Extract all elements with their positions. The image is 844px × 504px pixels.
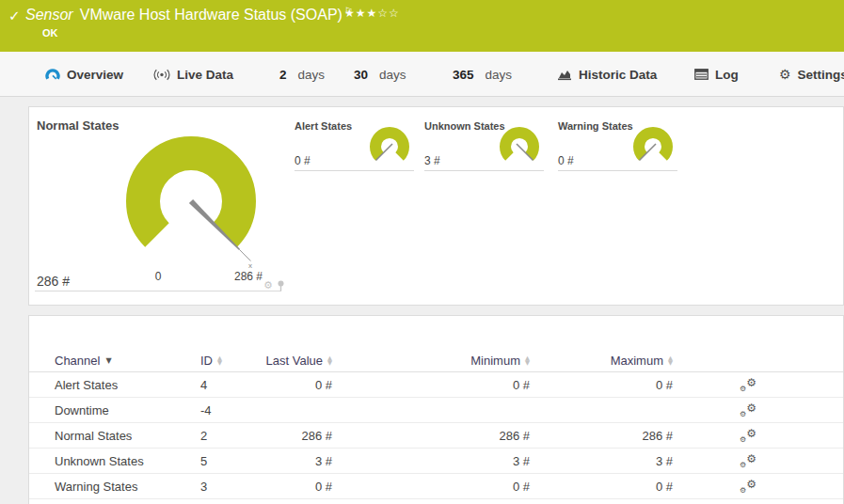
tab-2-days[interactable]: 2 days (279, 52, 325, 97)
channel-name[interactable]: Downtime (55, 403, 200, 417)
status-badge: OK (42, 27, 58, 39)
channel-name[interactable]: Alert States (55, 378, 200, 392)
svg-text:x: x (248, 261, 252, 270)
tab-label: Historic Data (579, 68, 657, 82)
column-header-last-value[interactable]: Last Value ▲▼ (255, 354, 332, 368)
column-header-maximum[interactable]: Maximum ▲▼ (530, 354, 673, 368)
mini-gauge-unknown-states: Unknown States 3 # (424, 120, 544, 171)
last-value: 0 # (255, 480, 332, 494)
mini-gauge-warning-states: Warning States 0 # (558, 120, 677, 171)
gear-icon[interactable]: ⚙ (263, 279, 273, 291)
table-row: Downtime -4 ⚙⚙ (29, 398, 843, 423)
tab-word: days (379, 68, 406, 82)
channel-name[interactable]: Normal States (55, 429, 200, 443)
pin-icon[interactable] (277, 280, 285, 291)
channels-table-panel: Channel ▼ ID ▲▼ Last Value ▲▼ Minimum ▲▼… (28, 315, 844, 504)
table-row: Unknown States 5 3 # 3 # 3 # ⚙⚙ (29, 449, 843, 474)
channel-id: 5 (200, 454, 255, 468)
last-value: 3 # (255, 454, 332, 468)
tab-live-data[interactable]: Live Data (153, 52, 233, 97)
mini-gauge-label: Unknown States (424, 120, 505, 132)
mini-gauge-value: 0 # (558, 154, 574, 167)
mini-gauge (629, 122, 677, 171)
log-icon (694, 69, 709, 80)
channel-id: 3 (200, 480, 255, 494)
minimum-value: 0 # (332, 480, 530, 494)
table-row: Alert States 4 0 # 0 # 0 # ⚙⚙ (29, 372, 843, 398)
table-row: Normal States 2 286 # 286 # 286 # ⚙⚙ (29, 423, 843, 449)
mini-gauge-label: Warning States (558, 120, 633, 132)
tab-historic-data[interactable]: Historic Data (558, 52, 657, 97)
tab-30-days[interactable]: 30 days (354, 52, 406, 97)
channel-settings-gears-icon[interactable]: ⚙⚙ (740, 479, 756, 494)
tab-number: 2 (279, 68, 287, 82)
maximum-value: 3 # (530, 454, 673, 468)
sort-icons: ▲▼ (668, 356, 673, 366)
last-value: 0 # (255, 378, 332, 392)
gauge-max-label: 286 # (234, 270, 263, 283)
gauges-panel: Normal States x 0 286 # 286 # ⚙ Alert St… (28, 106, 844, 306)
divider (35, 291, 281, 291)
tab-label: Overview (67, 68, 123, 82)
column-header-id[interactable]: ID ▲▼ (200, 354, 255, 368)
tab-365-days[interactable]: 365 days (453, 52, 512, 97)
mini-gauge-value: 0 # (295, 154, 311, 167)
sensor-status-header: ✓ SensorVMware Host Hardware Status (SOA… (0, 0, 844, 52)
column-header-minimum[interactable]: Minimum ▲▼ (332, 354, 530, 368)
channel-id: -4 (200, 403, 255, 417)
channel-settings-gears-icon[interactable]: ⚙⚙ (740, 402, 756, 417)
minimum-value: 286 # (332, 429, 530, 443)
maximum-value: 286 # (530, 429, 673, 443)
gauge-min-label: 0 (155, 270, 162, 283)
broadcast-icon (153, 69, 170, 81)
mini-gauge (496, 122, 543, 171)
primary-gauge-value: 286 # (37, 274, 70, 289)
tab-number: 365 (453, 68, 474, 82)
object-kind-label: Sensor (25, 7, 73, 23)
tab-number: 30 (354, 68, 368, 82)
mini-gauge-alert-states: Alert States 0 # (295, 120, 414, 171)
tab-label: Settings (798, 68, 844, 82)
channel-settings-gears-icon[interactable]: ⚙⚙ (740, 428, 756, 443)
channel-id: 4 (200, 378, 255, 392)
area-chart-icon (558, 69, 572, 81)
mini-gauge-value: 3 # (424, 154, 440, 167)
check-icon: ✓ (8, 8, 21, 24)
mini-gauge-label: Alert States (295, 120, 352, 132)
table-header-row: Channel ▼ ID ▲▼ Last Value ▲▼ Minimum ▲▼… (29, 350, 843, 372)
column-header-channel[interactable]: Channel ▼ (55, 354, 200, 368)
last-value: 286 # (255, 429, 332, 443)
sensor-title-line: SensorVMware Host Hardware Status (SOAP)… (25, 6, 353, 24)
tab-settings[interactable]: ⚙ Settings (779, 52, 844, 97)
channel-settings-gears-icon[interactable]: ⚙⚙ (740, 453, 756, 468)
primary-gauge: x 0 286 # (86, 124, 330, 293)
table-row: Warning States 3 0 # 0 # 0 # ⚙⚙ (29, 474, 843, 499)
sort-icons: ▲▼ (217, 356, 222, 366)
mini-gauge (366, 122, 413, 171)
channel-settings-gears-icon[interactable]: ⚙⚙ (740, 377, 756, 392)
tab-word: days (298, 68, 326, 82)
page-title: VMware Host Hardware Status (SOAP) (80, 7, 342, 23)
tab-label: Log (715, 68, 739, 82)
gauge-icon (45, 68, 60, 82)
channel-name[interactable]: Warning States (55, 480, 200, 494)
sort-desc-icon: ▼ (105, 356, 111, 365)
tab-overview[interactable]: Overview (45, 52, 123, 97)
priority-stars[interactable]: ★★★☆☆ (344, 7, 400, 20)
tab-word: days (486, 68, 513, 82)
channel-name[interactable]: Unknown States (55, 454, 200, 468)
channel-id: 2 (200, 429, 255, 443)
maximum-value: 0 # (530, 480, 673, 494)
maximum-value: 0 # (530, 378, 673, 392)
tab-log[interactable]: Log (694, 52, 739, 97)
minimum-value: 0 # (332, 378, 530, 392)
star-filled-icons[interactable]: ★★★ (344, 7, 377, 20)
minimum-value: 3 # (332, 454, 530, 468)
tab-label: Live Data (177, 68, 233, 82)
star-empty-icons[interactable]: ☆☆ (377, 7, 400, 20)
gear-icon: ⚙ (779, 67, 791, 82)
tab-bar: Overview Live Data 2 days 30 days 365 da… (0, 52, 844, 97)
